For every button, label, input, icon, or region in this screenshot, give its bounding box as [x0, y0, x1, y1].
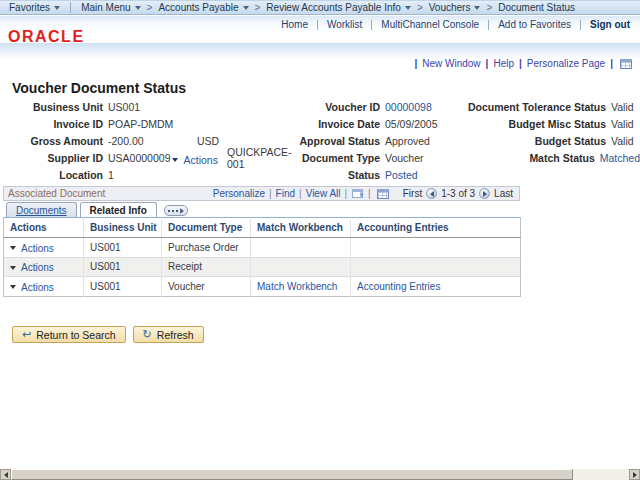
voucher-id-link[interactable]: 00000098: [385, 101, 432, 113]
scroll-left-button[interactable]: [0, 469, 11, 480]
main-menu-label: Main Menu: [81, 2, 130, 13]
field-value: US001: [108, 101, 140, 113]
right-arrow-icon: [483, 191, 487, 197]
chevron-down-icon: [243, 6, 249, 10]
accounting-entries-link[interactable]: Accounting Entries: [357, 281, 440, 292]
cell-business-unit: US001: [84, 257, 162, 277]
left-arrow-icon: [430, 191, 434, 197]
zoom-popup-window-icon[interactable]: [352, 189, 363, 198]
column-header-actions: Actions: [4, 218, 84, 238]
main-menu[interactable]: Main Menu: [81, 2, 140, 13]
return-to-search-button[interactable]: ↩ Return to Search: [12, 326, 126, 343]
sign-out-link[interactable]: Sign out: [590, 19, 630, 30]
field-value: Valid: [611, 118, 634, 130]
breadcrumb-separator: [486, 2, 492, 13]
supplier-actions-caret-icon[interactable]: [172, 158, 178, 162]
actions-link: Actions: [21, 243, 54, 254]
currency-code: USD: [197, 135, 219, 147]
table-row: Actions US001 Receipt: [4, 257, 521, 277]
breadcrumb: Favorites Main Menu Accounts Payable Rev…: [0, 0, 640, 15]
status-link[interactable]: Posted: [385, 169, 418, 181]
breadcrumb-label: Review Accounts Payable Info: [266, 2, 401, 13]
field-label: Approval Status: [255, 135, 380, 147]
header-link-divider: [317, 20, 318, 30]
breadcrumb-separator: [255, 2, 261, 13]
field-value: Valid: [611, 101, 634, 113]
page-action-buttons: ↩ Return to Search ↻ Refresh: [12, 326, 204, 343]
match-workbench-link[interactable]: Match Workbench: [257, 281, 337, 292]
horizontal-scrollbar[interactable]: [0, 469, 640, 480]
field-label: Match Status: [440, 152, 595, 164]
match-status-link[interactable]: Matched: [600, 152, 640, 164]
group-header: Associated Document Personalize Find Vie…: [3, 186, 520, 201]
refresh-button[interactable]: ↻ Refresh: [133, 326, 204, 343]
field-value: USA0000009: [108, 152, 170, 164]
last-link: Last: [494, 188, 513, 199]
cell-match-workbench: [251, 257, 351, 277]
row-actions-dropdown[interactable]: Actions: [10, 243, 54, 254]
field-match-status: Match Status Matched: [440, 149, 640, 166]
associated-document-group: Associated Document Personalize Find Vie…: [3, 186, 520, 297]
favorites-menu[interactable]: Favorites: [9, 2, 60, 13]
utility-separator: [486, 58, 489, 69]
breadcrumb-review-ap-info[interactable]: Review Accounts Payable Info: [266, 2, 411, 13]
return-to-search-icon: ↩: [22, 329, 31, 340]
row-actions-dropdown[interactable]: Actions: [10, 262, 54, 273]
group-title: Associated Document: [8, 188, 105, 199]
field-value: Valid: [611, 135, 634, 147]
utility-separator: [519, 58, 522, 69]
table-row: Actions US001 Voucher Match Workbench Ac…: [4, 277, 521, 297]
supplier-actions-link[interactable]: Actions: [183, 154, 217, 166]
field-label: Invoice ID: [0, 118, 103, 130]
chevron-down-icon: [474, 6, 480, 10]
table-header-row: Actions Business Unit Document Type Matc…: [4, 218, 521, 238]
personalize-link[interactable]: Personalize: [213, 188, 265, 199]
scrollbar-thumb[interactable]: [11, 469, 573, 480]
header: Home Worklist MultiChannel Console Add t…: [0, 16, 640, 58]
dots-icon: [168, 210, 178, 212]
personalize-page-link[interactable]: Personalize Page: [527, 58, 605, 69]
help-link[interactable]: Help: [493, 58, 514, 69]
cell-accounting-entries: [351, 257, 521, 277]
tab-documents[interactable]: Documents: [6, 202, 77, 217]
field-value: Voucher: [385, 152, 424, 164]
worklist-link[interactable]: Worklist: [327, 19, 362, 30]
header-link-divider: [580, 20, 581, 30]
field-approval-status: Approval Status Approved: [255, 132, 445, 149]
breadcrumb-vouchers[interactable]: Vouchers: [429, 2, 481, 13]
cell-document-type: Voucher: [162, 277, 251, 297]
tab-related-info[interactable]: Related Info: [80, 202, 157, 217]
actions-link: Actions: [21, 282, 54, 293]
left-arrow-icon: [4, 472, 8, 478]
new-window-link[interactable]: New Window: [422, 58, 480, 69]
cell-document-type: Receipt: [162, 257, 251, 277]
breadcrumb-accounts-payable[interactable]: Accounts Payable: [158, 2, 248, 13]
toolbar-separator: [299, 188, 302, 199]
row-actions-dropdown[interactable]: Actions: [10, 282, 54, 293]
refresh-icon: ↻: [143, 329, 152, 340]
field-label: Invoice Date: [255, 118, 380, 130]
personalize-layout-grid-icon[interactable]: [620, 59, 632, 69]
show-tabs-icon[interactable]: [164, 205, 188, 216]
field-value: POAP-DMDM: [108, 118, 173, 130]
field-label: Business Unit: [0, 101, 103, 113]
previous-rows-button[interactable]: [426, 188, 437, 199]
home-link[interactable]: Home: [281, 19, 308, 30]
scroll-right-button[interactable]: [629, 469, 640, 480]
download-grid-icon[interactable]: [377, 189, 389, 199]
find-link[interactable]: Find: [276, 188, 295, 199]
breadcrumb-separator: [417, 2, 423, 13]
field-voucher-id: Voucher ID 00000098: [255, 98, 445, 115]
multichannel-console-link[interactable]: MultiChannel Console: [381, 19, 479, 30]
next-rows-button[interactable]: [479, 188, 490, 199]
right-arrow-icon: [633, 472, 637, 478]
actions-link: Actions: [21, 262, 54, 273]
field-value: -200.00: [108, 135, 144, 147]
add-to-favorites-link[interactable]: Add to Favorites: [498, 19, 571, 30]
header-link-divider: [488, 20, 489, 30]
field-invoice-date: Invoice Date 05/09/2005: [255, 115, 445, 132]
view-all-link[interactable]: View All: [306, 188, 341, 199]
table-row: Actions US001 Purchase Order: [4, 238, 521, 258]
toolbar-separator: [368, 188, 371, 199]
field-label: Document Tolerance Status: [440, 101, 606, 113]
